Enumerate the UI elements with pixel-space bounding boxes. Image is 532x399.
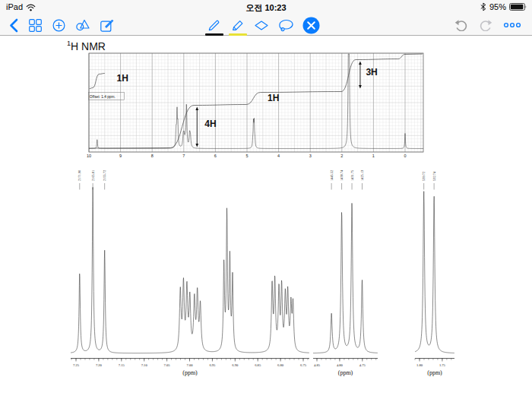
svg-text:0: 0 <box>404 154 406 158</box>
status-bar: iPad 오전 10:23 95% <box>0 0 532 15</box>
pen-icon <box>207 19 222 32</box>
page-thumbnails-button[interactable] <box>29 19 42 32</box>
svg-text:1445.52: 1445.52 <box>330 170 334 181</box>
nmr-spectrum-canvas: 1098765432101HOffset: 1.4 ppm.4H1H3H 7.2… <box>0 36 532 399</box>
svg-text:7.05: 7.05 <box>164 363 171 367</box>
svg-text:2171.90: 2171.90 <box>78 169 81 181</box>
highlighter-icon <box>230 19 245 32</box>
app-window: iPad 오전 10:23 95% <box>0 0 532 399</box>
close-icon <box>302 17 320 34</box>
svg-text:4H: 4H <box>204 119 216 129</box>
svg-text:1H: 1H <box>117 73 128 84</box>
grid-icon <box>29 19 42 32</box>
svg-text:6.80: 6.80 <box>277 363 284 367</box>
more-icon <box>503 21 521 29</box>
svg-text:4.80: 4.80 <box>337 363 344 367</box>
svg-text:1.80: 1.80 <box>416 363 423 367</box>
svg-text:(ppm): (ppm) <box>427 369 442 376</box>
svg-text:1: 1 <box>372 154 375 158</box>
lasso-icon <box>277 18 294 32</box>
svg-text:7.20: 7.20 <box>96 363 103 367</box>
svg-text:1.75: 1.75 <box>439 363 446 367</box>
highlighter-tool[interactable] <box>230 19 245 32</box>
svg-text:(ppm): (ppm) <box>338 369 353 376</box>
svg-text:(ppm): (ppm) <box>182 369 198 376</box>
expansion-ch-quartet: 4.854.804.75(ppm)1445.521438.741431.7514… <box>313 169 378 376</box>
undo-icon <box>454 19 468 31</box>
svg-text:532.74: 532.74 <box>432 171 436 181</box>
svg-text:539.72: 539.72 <box>422 172 426 181</box>
annotation-toolbar <box>0 15 532 36</box>
svg-text:6.85: 6.85 <box>255 363 261 367</box>
svg-text:9: 9 <box>119 154 122 158</box>
svg-text:3H: 3H <box>366 67 377 78</box>
redo-icon <box>479 19 492 31</box>
shapes-button[interactable] <box>76 19 90 31</box>
svg-text:10: 10 <box>87 154 91 158</box>
svg-text:6: 6 <box>214 154 217 158</box>
main-spectrum: 1098765432101HOffset: 1.4 ppm.4H1H3H <box>87 53 423 158</box>
svg-text:6.95: 6.95 <box>209 363 216 367</box>
svg-text:7.15: 7.15 <box>119 363 125 367</box>
svg-text:1431.75: 1431.75 <box>350 169 354 181</box>
note-page[interactable]: 1H NMR 1098765432101HOffset: 1.4 ppm.4H1… <box>0 36 532 399</box>
expansion-aromatic: 7.257.207.157.107.057.006.956.906.856.80… <box>71 169 309 376</box>
svg-text:4.85: 4.85 <box>314 363 321 367</box>
svg-text:4: 4 <box>277 154 280 158</box>
undo-button[interactable] <box>454 19 468 31</box>
svg-text:4.75: 4.75 <box>359 363 366 367</box>
close-toolbar-button[interactable] <box>302 17 320 34</box>
lasso-tool[interactable] <box>277 18 294 32</box>
bluetooth-icon <box>480 2 486 11</box>
svg-text:2155.72: 2155.72 <box>103 170 106 181</box>
more-button[interactable] <box>503 21 521 29</box>
svg-text:Offset: 1.4 ppm.: Offset: 1.4 ppm. <box>90 95 116 99</box>
svg-text:1438.74: 1438.74 <box>340 169 344 181</box>
clock: 오전 10:23 <box>0 2 532 14</box>
compose-icon <box>100 19 114 32</box>
svg-text:7.00: 7.00 <box>186 363 193 367</box>
shapes-icon <box>76 19 90 31</box>
svg-text:2: 2 <box>340 154 343 158</box>
new-note-button[interactable] <box>100 19 114 32</box>
svg-text:7.10: 7.10 <box>141 363 148 367</box>
svg-text:1H: 1H <box>268 93 279 103</box>
svg-text:2165.81: 2165.81 <box>91 170 95 181</box>
svg-text:6.75: 6.75 <box>300 363 307 367</box>
svg-text:3: 3 <box>309 154 312 158</box>
eraser-icon <box>254 19 269 32</box>
back-button[interactable] <box>9 18 18 33</box>
svg-text:7: 7 <box>182 154 185 158</box>
svg-text:6.90: 6.90 <box>232 363 239 367</box>
svg-text:1425.13: 1425.13 <box>360 169 364 181</box>
svg-text:8: 8 <box>151 154 154 158</box>
expansion-ch3-doublet: 1.801.75(ppm)539.72532.74 <box>415 171 454 376</box>
eraser-tool[interactable] <box>254 19 269 32</box>
svg-text:5: 5 <box>245 154 248 158</box>
battery-icon <box>509 2 527 11</box>
pen-tool[interactable] <box>207 19 222 32</box>
circle-plus-icon <box>52 19 65 32</box>
redo-button[interactable] <box>479 19 492 31</box>
zoom-add-button[interactable] <box>52 19 65 32</box>
battery-percent: 95% <box>489 2 506 11</box>
svg-text:7.25: 7.25 <box>73 363 80 367</box>
